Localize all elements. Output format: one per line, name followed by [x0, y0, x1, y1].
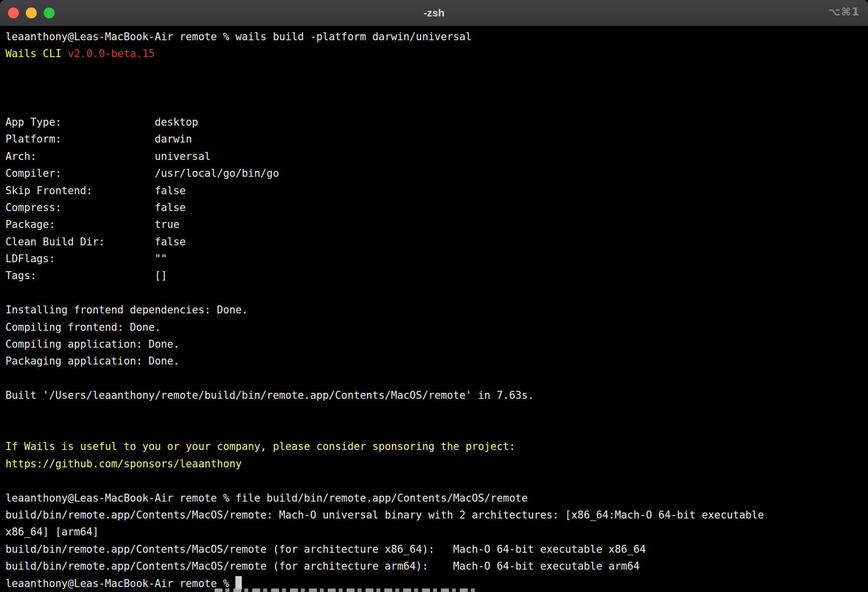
terminal-text-segment: Built '/Users/leaanthony/remote/build/bi… — [5, 389, 534, 401]
terminal-text-segment: LDFlags: "" — [5, 253, 167, 265]
terminal-line: Compress: false — [5, 199, 868, 216]
terminal-line: leaanthony@Leas-MacBook-Air remote % fil… — [5, 490, 868, 507]
wails-version: v2.0.0-beta.15 — [68, 48, 154, 60]
terminal-window: -zsh ⌥⌘1 leaanthony@Leas-MacBook-Air rem… — [0, 0, 868, 592]
terminal-line: build/bin/remote.app/Contents/MacOS/remo… — [5, 507, 868, 523]
terminal-line — [5, 79, 868, 96]
terminal-text-segment: Arch: universal — [5, 150, 211, 162]
shell-prompt: leaanthony@Leas-MacBook-Air remote % — [5, 578, 235, 590]
terminal-text-segment: x86_64] [arm64] — [5, 526, 99, 538]
terminal-text-segment: If Wails is useful to you or your compan… — [5, 441, 515, 452]
terminal-line: Built '/Users/leaanthony/remote/build/bi… — [5, 387, 868, 404]
terminal-text-segment: Package: true — [5, 219, 180, 230]
close-button[interactable] — [8, 7, 19, 18]
terminal-text-segment: build/bin/remote.app/Contents/MacOS/remo… — [5, 543, 646, 555]
terminal-text-segment: Compiler: /usr/local/go/bin/go — [5, 167, 279, 179]
wails-cli-label: Wails CLI — [5, 48, 68, 60]
terminal-line — [5, 421, 868, 438]
terminal-line — [5, 404, 868, 421]
window-title: -zsh — [424, 7, 444, 19]
terminal-text-segment: App Type: desktop — [5, 116, 198, 128]
title-bar[interactable]: -zsh ⌥⌘1 — [0, 0, 868, 26]
terminal-line: If Wails is useful to you or your compan… — [5, 438, 868, 455]
terminal-text-segment: Installing frontend dependencies: Done. — [5, 304, 248, 316]
terminal-text-segment: leaanthony@Leas-MacBook-Air remote % wai… — [5, 31, 472, 43]
traffic-lights — [8, 7, 55, 18]
terminal-line: Package: true — [5, 216, 868, 233]
terminal-line: Tags: [] — [5, 267, 868, 284]
terminal-text-segment: Skip Frontend: false — [5, 185, 186, 197]
clipped-text-fragments — [215, 589, 475, 592]
terminal-line: Skip Frontend: false — [5, 182, 868, 199]
terminal-line: x86_64] [arm64] — [5, 523, 868, 540]
terminal-line: https://github.com/sponsors/leaanthony — [5, 455, 868, 472]
terminal-line: Arch: universal — [5, 148, 868, 165]
terminal-line: Compiler: /usr/local/go/bin/go — [5, 165, 868, 182]
terminal-line: Compiling application: Done. — [5, 336, 868, 353]
terminal-text-segment: Platform: darwin — [5, 133, 192, 145]
terminal-text-segment: Clean Build Dir: false — [5, 236, 186, 248]
terminal-line: Wails CLI v2.0.0-beta.15 — [5, 45, 868, 62]
terminal-line: Packaging application: Done. — [5, 353, 868, 370]
sponsor-link[interactable]: https://github.com/sponsors/leaanthony — [5, 458, 242, 470]
terminal-text-segment: build/bin/remote.app/Contents/MacOS/remo… — [5, 560, 640, 572]
zoom-button[interactable] — [44, 7, 55, 18]
terminal-line — [5, 472, 868, 489]
terminal-line — [5, 97, 868, 114]
terminal-screen[interactable]: leaanthony@Leas-MacBook-Air remote % wai… — [0, 26, 868, 592]
terminal-line: App Type: desktop — [5, 114, 868, 131]
minimize-button[interactable] — [26, 7, 37, 18]
terminal-text-segment: leaanthony@Leas-MacBook-Air remote % fil… — [5, 492, 528, 504]
terminal-text-segment: build/bin/remote.app/Contents/MacOS/remo… — [5, 509, 764, 521]
terminal-text-segment: Compress: false — [5, 202, 186, 214]
terminal-line: Platform: darwin — [5, 131, 868, 148]
terminal-line: build/bin/remote.app/Contents/MacOS/remo… — [5, 558, 868, 575]
terminal-line: build/bin/remote.app/Contents/MacOS/remo… — [5, 541, 868, 558]
terminal-line — [5, 285, 868, 301]
terminal-text-segment: Compiling frontend: Done. — [5, 321, 161, 333]
terminal-text-segment: Tags: [] — [5, 270, 167, 282]
terminal-line: Compiling frontend: Done. — [5, 319, 868, 336]
text-cursor — [235, 576, 242, 590]
terminal-line: leaanthony@Leas-MacBook-Air remote % wai… — [5, 28, 868, 45]
terminal-line: Installing frontend dependencies: Done. — [5, 301, 868, 318]
terminal-line: LDFlags: "" — [5, 250, 868, 267]
terminal-text-segment: Compiling application: Done. — [5, 338, 180, 350]
terminal-line — [5, 63, 868, 79]
keyboard-shortcut-badge: ⌥⌘1 — [828, 6, 860, 18]
terminal-line: Clean Build Dir: false — [5, 233, 868, 250]
terminal-text-segment: Packaging application: Done. — [5, 355, 180, 367]
terminal-line — [5, 370, 868, 387]
